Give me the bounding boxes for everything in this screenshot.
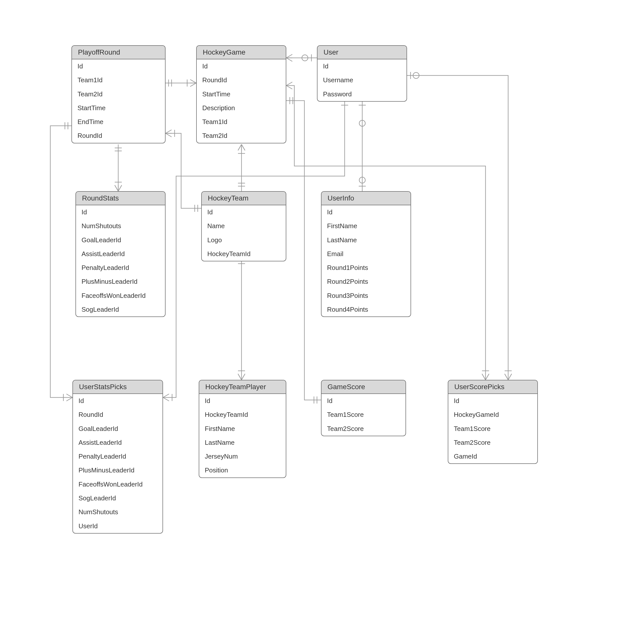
table-field: Id <box>76 205 165 219</box>
table-title: User <box>317 46 407 59</box>
table-field: Id <box>317 59 407 73</box>
table-title: RoundStats <box>76 192 165 205</box>
table-field: UserId <box>73 519 163 533</box>
table-field: Team2Id <box>197 129 286 143</box>
table-title: GameScore <box>321 380 406 394</box>
table-fields: IdHockeyGameIdTeam1ScoreTeam2ScoreGameId <box>448 394 537 463</box>
table-field: HockeyTeamId <box>199 408 286 422</box>
table-field: Round2Points <box>321 275 411 289</box>
table-fields: IdNumShutoutsGoalLeaderIdAssistLeaderIdP… <box>76 205 165 316</box>
table-field: Id <box>448 394 537 408</box>
table-field: AssistLeaderId <box>76 247 165 261</box>
table-roundstats: RoundStats IdNumShutoutsGoalLeaderIdAssi… <box>75 191 166 317</box>
table-field: Round1Points <box>321 261 411 275</box>
table-title: UserStatsPicks <box>73 380 163 394</box>
table-field: PenaltyLeaderId <box>73 450 163 463</box>
table-field: Team2Id <box>72 87 165 101</box>
table-title: HockeyTeam <box>202 192 286 205</box>
er-diagram: PlayoffRound IdTeam1IdTeam2IdStartTimeEn… <box>0 0 644 644</box>
table-field: Id <box>72 59 165 73</box>
table-field: NumShutouts <box>73 505 163 519</box>
table-fields: IdUsernamePassword <box>317 59 407 101</box>
table-field: Id <box>197 59 286 73</box>
table-field: NumShutouts <box>76 219 165 233</box>
table-field: JerseyNum <box>199 450 286 463</box>
table-field: GoalLeaderId <box>76 233 165 247</box>
table-fields: IdFirstNameLastNameEmailRound1PointsRoun… <box>321 205 411 316</box>
table-field: EndTime <box>72 115 165 129</box>
table-title: HockeyGame <box>197 46 286 59</box>
svg-point-1 <box>359 120 365 126</box>
table-userstatspicks: UserStatsPicks IdRoundIdGoalLeaderIdAssi… <box>72 380 163 534</box>
table-title: UserScorePicks <box>448 380 537 394</box>
table-userscorepicks: UserScorePicks IdHockeyGameIdTeam1ScoreT… <box>448 380 538 464</box>
table-fields: IdNameLogoHockeyTeamId <box>202 205 286 261</box>
table-field: GameId <box>448 450 537 463</box>
table-field: FaceoffsWonLeaderId <box>73 477 163 491</box>
table-fields: IdTeam1ScoreTeam2Score <box>321 394 406 436</box>
table-field: Username <box>317 73 407 87</box>
table-field: Logo <box>202 233 286 247</box>
table-fields: IdRoundIdGoalLeaderIdAssistLeaderIdPenal… <box>73 394 163 533</box>
table-field: Name <box>202 219 286 233</box>
table-field: Id <box>73 394 163 408</box>
table-field: RoundId <box>73 408 163 422</box>
table-field: Id <box>202 205 286 219</box>
table-field: Team1Id <box>72 73 165 87</box>
table-field: HockeyGameId <box>448 408 537 422</box>
table-field: SogLeaderId <box>76 303 165 316</box>
table-field: PenaltyLeaderId <box>76 261 165 275</box>
table-user: User IdUsernamePassword <box>317 45 407 102</box>
table-field: LastName <box>321 233 411 247</box>
svg-point-0 <box>302 55 308 61</box>
table-field: StartTime <box>197 87 286 101</box>
table-field: Id <box>321 394 406 408</box>
table-field: HockeyTeamId <box>202 247 286 261</box>
table-field: Description <box>197 101 286 115</box>
table-field: RoundId <box>72 129 165 143</box>
table-field: SogLeaderId <box>73 491 163 505</box>
table-fields: IdHockeyTeamIdFirstNameLastNameJerseyNum… <box>199 394 286 477</box>
table-field: Team1Id <box>197 115 286 129</box>
table-field: Team1Score <box>448 422 537 436</box>
table-field: Round3Points <box>321 289 411 303</box>
table-gamescore: GameScore IdTeam1ScoreTeam2Score <box>321 380 406 436</box>
table-title: PlayoffRound <box>72 46 165 59</box>
table-title: HockeyTeamPlayer <box>199 380 286 394</box>
table-playoffround: PlayoffRound IdTeam1IdTeam2IdStartTimeEn… <box>71 45 166 143</box>
table-field: PlusMinusLeaderId <box>73 463 163 477</box>
table-field: LastName <box>199 436 286 450</box>
table-field: Id <box>321 205 411 219</box>
table-field: FirstName <box>199 422 286 436</box>
table-field: PlusMinusLeaderId <box>76 275 165 289</box>
table-fields: IdTeam1IdTeam2IdStartTimeEndTimeRoundId <box>72 59 165 143</box>
table-field: RoundId <box>197 73 286 87</box>
table-field: FirstName <box>321 219 411 233</box>
table-hockeyteam: HockeyTeam IdNameLogoHockeyTeamId <box>201 191 286 261</box>
table-userinfo: UserInfo IdFirstNameLastNameEmailRound1P… <box>321 191 411 317</box>
table-field: GoalLeaderId <box>73 422 163 436</box>
table-field: Email <box>321 247 411 261</box>
table-field: Team1Score <box>321 408 406 422</box>
table-field: Password <box>317 87 407 101</box>
table-field: Id <box>199 394 286 408</box>
table-fields: IdRoundIdStartTimeDescriptionTeam1IdTeam… <box>197 59 286 143</box>
table-field: Team2Score <box>448 436 537 450</box>
table-field: Round4Points <box>321 303 411 316</box>
svg-point-3 <box>413 72 419 78</box>
table-field: Position <box>199 463 286 477</box>
table-hockeyteamplayer: HockeyTeamPlayer IdHockeyTeamIdFirstName… <box>199 380 286 478</box>
table-field: FaceoffsWonLeaderId <box>76 289 165 303</box>
table-hockeygame: HockeyGame IdRoundIdStartTimeDescription… <box>196 45 286 143</box>
table-field: AssistLeaderId <box>73 436 163 450</box>
table-field: StartTime <box>72 101 165 115</box>
table-title: UserInfo <box>321 192 411 205</box>
table-field: Team2Score <box>321 422 406 436</box>
svg-point-2 <box>359 177 365 183</box>
